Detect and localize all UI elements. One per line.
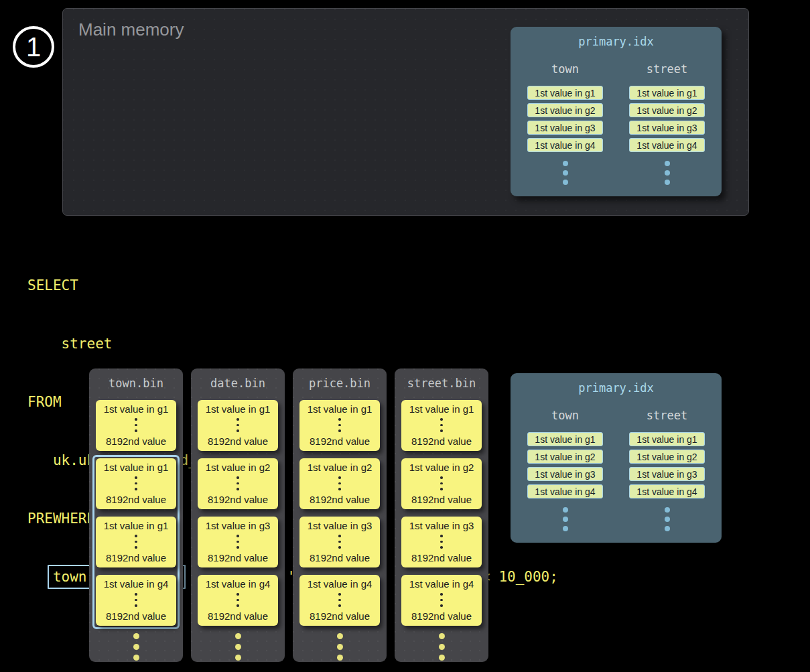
granule-block: 1st value in g3 8192nd value xyxy=(198,517,278,567)
column-header-street: street xyxy=(647,62,687,76)
primary-idx-title: primary.idx xyxy=(511,35,722,48)
granule-block: 1st value in g1 8192nd value xyxy=(198,400,278,451)
ellipsis-icon xyxy=(440,535,443,549)
index-cell: 1st value in g1 xyxy=(527,86,603,100)
granule-block: 1st value in g4 8192nd value xyxy=(96,575,176,626)
index-cell: 1st value in g3 xyxy=(527,467,603,481)
granule-block: 1st value in g4 8192nd value xyxy=(198,575,278,626)
ellipsis-icon xyxy=(237,476,239,490)
index-cell: 1st value in g2 xyxy=(629,450,705,464)
primary-idx-street-column: street 1st value in g1 1st value in g2 1… xyxy=(629,409,705,531)
ellipsis-icon xyxy=(338,476,341,490)
ellipsis-icon xyxy=(338,535,341,549)
granule-block: 1st value in g2 8192nd value xyxy=(299,458,380,509)
primary-idx-columns: town 1st value in g1 1st value in g2 1st… xyxy=(511,62,722,185)
step-1-badge: 1 xyxy=(13,26,54,68)
ellipsis-icon xyxy=(563,507,568,531)
granule-block: 1st value in g2 8192nd value xyxy=(401,458,482,509)
bin-column-town: town.bin 1st value in g1 8192nd value 1s… xyxy=(89,368,183,662)
index-cell: 1st value in g1 xyxy=(527,432,603,446)
index-cell: 1st value in g3 xyxy=(629,467,705,481)
index-cell: 1st value in g4 xyxy=(527,484,603,498)
primary-idx-title: primary.idx xyxy=(511,381,722,395)
granule-block: 1st value in g1 8192nd value xyxy=(401,400,482,451)
selected-granules-highlight: 1st value in g1 8192nd value 1st value i… xyxy=(92,455,180,629)
ellipsis-icon xyxy=(135,535,137,549)
step-number: 1 xyxy=(26,32,41,62)
ellipsis-icon xyxy=(665,507,670,531)
ellipsis-icon xyxy=(338,593,341,607)
column-header-town: town xyxy=(551,62,579,76)
granule-block: 1st value in g3 8192nd value xyxy=(401,517,482,567)
granule-block: 1st value in g4 8192nd value xyxy=(299,575,380,626)
index-cell: 1st value in g2 xyxy=(629,103,705,117)
diagram-canvas: 1 Main memory primary.idx town 1st value… xyxy=(0,0,810,672)
primary-idx-columns: town 1st value in g1 1st value in g2 1st… xyxy=(511,409,722,531)
primary-idx-panel-top: primary.idx town 1st value in g1 1st val… xyxy=(511,27,722,196)
column-header-street: street xyxy=(647,409,687,422)
sql-line: SELECT xyxy=(27,276,558,295)
ellipsis-icon xyxy=(237,535,239,549)
ellipsis-icon xyxy=(440,418,443,432)
ellipsis-icon xyxy=(135,418,137,432)
ellipsis-icon xyxy=(198,633,278,661)
ellipsis-icon xyxy=(96,633,176,661)
granule-block: 1st value in g1 8192nd value xyxy=(96,400,176,451)
granule-block: 1st value in g3 8192nd value xyxy=(299,517,380,567)
index-cell: 1st value in g2 xyxy=(527,103,603,117)
index-cell: 1st value in g4 xyxy=(629,138,705,152)
column-header-town: town xyxy=(551,409,579,422)
primary-idx-panel-bottom: primary.idx town 1st value in g1 1st val… xyxy=(511,373,722,543)
primary-idx-town-column: town 1st value in g1 1st value in g2 1st… xyxy=(527,62,603,185)
bin-column-street: street.bin 1st value in g1 8192nd value … xyxy=(395,368,488,662)
ellipsis-icon xyxy=(237,418,239,432)
ellipsis-icon xyxy=(440,476,443,490)
ellipsis-icon xyxy=(563,161,568,185)
primary-idx-town-column: town 1st value in g1 1st value in g2 1st… xyxy=(527,409,603,531)
ellipsis-icon xyxy=(299,633,380,661)
bin-title: date.bin xyxy=(198,377,278,389)
ellipsis-icon xyxy=(665,161,670,185)
ellipsis-icon xyxy=(237,593,239,607)
granule-block: 1st value in g4 8192nd value xyxy=(401,575,482,626)
main-memory-panel: Main memory primary.idx town 1st value i… xyxy=(62,8,749,216)
index-cell: 1st value in g3 xyxy=(527,121,603,135)
index-cell: 1st value in g1 xyxy=(629,432,705,446)
bin-column-price: price.bin 1st value in g1 8192nd value 1… xyxy=(293,368,387,662)
sql-line: street xyxy=(27,334,558,354)
index-cell: 1st value in g1 xyxy=(629,86,705,100)
bin-title: price.bin xyxy=(299,377,380,389)
primary-idx-street-column: street 1st value in g1 1st value in g2 1… xyxy=(629,62,705,185)
bin-column-date: date.bin 1st value in g1 8192nd value 1s… xyxy=(191,368,285,662)
granule-block: 1st value in g1 8192nd value xyxy=(96,517,176,567)
ellipsis-icon xyxy=(135,476,137,490)
ellipsis-icon xyxy=(401,633,482,661)
bin-title: town.bin xyxy=(96,377,176,389)
index-cell: 1st value in g4 xyxy=(629,484,705,498)
ellipsis-icon xyxy=(440,593,443,607)
index-cell: 1st value in g3 xyxy=(629,121,705,135)
granule-block: 1st value in g1 8192nd value xyxy=(299,400,380,451)
index-cell: 1st value in g2 xyxy=(527,450,603,464)
index-cell: 1st value in g4 xyxy=(527,138,603,152)
granule-block: 1st value in g1 8192nd value xyxy=(96,458,176,509)
main-memory-title: Main memory xyxy=(78,19,184,40)
ellipsis-icon xyxy=(135,593,137,607)
granule-block: 1st value in g2 8192nd value xyxy=(198,458,278,509)
ellipsis-icon xyxy=(338,418,341,432)
bin-title: street.bin xyxy=(401,377,482,389)
